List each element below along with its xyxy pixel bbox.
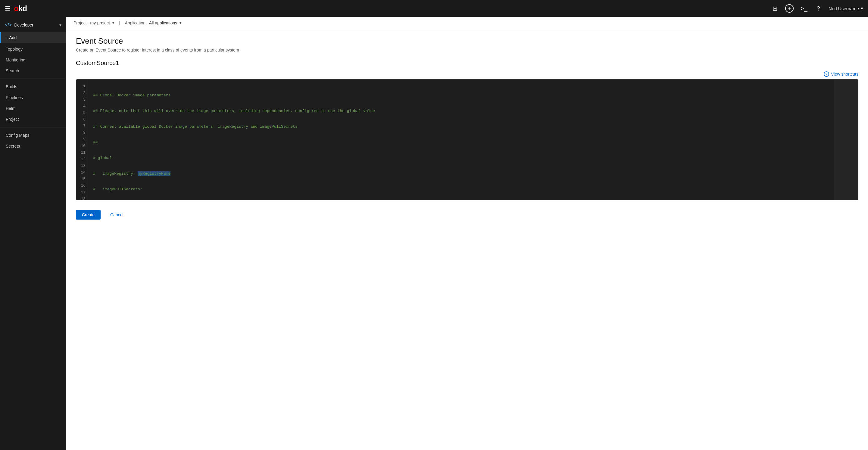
code-line-2: ## Please, note that this will override … (93, 108, 829, 115)
application-label: Application: (125, 21, 146, 25)
sidebar-divider-1 (0, 79, 66, 79)
project-value[interactable]: my-project (90, 21, 110, 25)
sidebar-item-builds[interactable]: Builds (0, 81, 66, 92)
sidebar-divider-2 (0, 127, 66, 127)
cancel-button[interactable]: Cancel (105, 210, 128, 219)
sidebar-builds-label: Builds (6, 84, 17, 89)
sidebar-item-pipelines[interactable]: Pipelines (0, 92, 66, 103)
sidebar-configmaps-label: Config Maps (6, 133, 30, 138)
sidebar-item-project[interactable]: Project (0, 114, 66, 125)
user-menu[interactable]: Ned Username ▾ (829, 6, 863, 11)
sidebar-item-add[interactable]: + Add (0, 32, 66, 43)
developer-perspective-icon: </> (5, 22, 12, 28)
view-shortcuts-link[interactable]: ? View shortcuts (824, 71, 858, 77)
perspective-label: Developer (14, 23, 33, 27)
username-label: Ned Username (829, 6, 859, 11)
shortcuts-question-icon: ? (824, 71, 829, 77)
logo: okd (14, 4, 27, 13)
sidebar-monitoring-label: Monitoring (6, 58, 25, 62)
sidebar-secrets-label: Secrets (6, 144, 20, 149)
terminal-icon[interactable]: >_ (800, 4, 808, 13)
sidebar-item-search[interactable]: Search (0, 65, 66, 76)
sidebar-item-helm[interactable]: Helm (0, 103, 66, 114)
breadcrumb-sep: | (119, 21, 120, 25)
sidebar: </> Developer ▾ + Add Topology Monitorin… (0, 17, 66, 450)
code-minimap (834, 80, 858, 200)
sidebar-search-label: Search (6, 68, 19, 73)
sidebar-pipelines-label: Pipelines (6, 95, 23, 100)
code-content[interactable]: ## Global Docker image parameters ## Ple… (88, 80, 834, 200)
topnav: ☰ okd ⊞ + >_ ? Ned Username ▾ (0, 0, 868, 17)
line-numbers: 1 2 3 4 5 6 7 8 9 10 11 12 13 14 (76, 80, 88, 200)
shortcuts-row: ? View shortcuts (76, 71, 858, 77)
create-button[interactable]: Create (76, 210, 101, 219)
code-line-4: ## (93, 139, 829, 146)
code-editor-wrapper: 1 2 3 4 5 6 7 8 9 10 11 12 13 14 (76, 79, 858, 200)
application-dropdown-icon[interactable]: ▾ (180, 21, 181, 25)
code-line-1: ## Global Docker image parameters (93, 92, 829, 99)
sidebar-project-label: Project (6, 117, 19, 122)
breadcrumb-bar: Project: my-project ▾ | Application: All… (66, 17, 868, 29)
shortcuts-label: View shortcuts (831, 72, 858, 77)
help-icon[interactable]: ? (814, 4, 823, 13)
logo-o: o (14, 4, 19, 13)
project-dropdown-icon[interactable]: ▾ (112, 21, 114, 25)
section-title: CustomSource1 (76, 60, 858, 66)
code-line-7: # imagePullSecrets: (93, 186, 829, 193)
code-line-6: # imageRegistry: myRegistryName (93, 171, 829, 177)
project-label: Project: (73, 21, 88, 25)
page-title: Event Source (76, 36, 858, 46)
code-line-5: # global: (93, 155, 829, 161)
sidebar-item-monitoring[interactable]: Monitoring (0, 55, 66, 65)
grid-icon[interactable]: ⊞ (771, 4, 779, 13)
action-buttons: Create Cancel (76, 208, 858, 219)
code-editor[interactable]: 1 2 3 4 5 6 7 8 9 10 11 12 13 14 (76, 80, 858, 200)
code-line-3: ## Current available global Docker image… (93, 123, 829, 130)
hamburger-icon[interactable]: ☰ (5, 5, 10, 12)
sidebar-item-topology[interactable]: Topology (0, 44, 66, 55)
page-subtitle: Create an Event Source to register inter… (76, 48, 858, 52)
application-value[interactable]: All applications (149, 21, 177, 25)
page-content: Event Source Create an Event Source to r… (66, 29, 868, 450)
logo-kd: kd (19, 4, 27, 13)
add-label: + Add (6, 35, 17, 40)
add-icon[interactable]: + (785, 4, 794, 13)
perspective-dropdown-icon: ▾ (59, 23, 61, 27)
sidebar-topology-label: Topology (6, 47, 23, 52)
sidebar-helm-label: Helm (6, 106, 16, 111)
user-dropdown-icon: ▾ (861, 6, 863, 11)
perspective-switcher[interactable]: </> Developer ▾ (0, 19, 66, 31)
sidebar-item-config-maps[interactable]: Config Maps (0, 130, 66, 141)
sidebar-item-secrets[interactable]: Secrets (0, 141, 66, 151)
